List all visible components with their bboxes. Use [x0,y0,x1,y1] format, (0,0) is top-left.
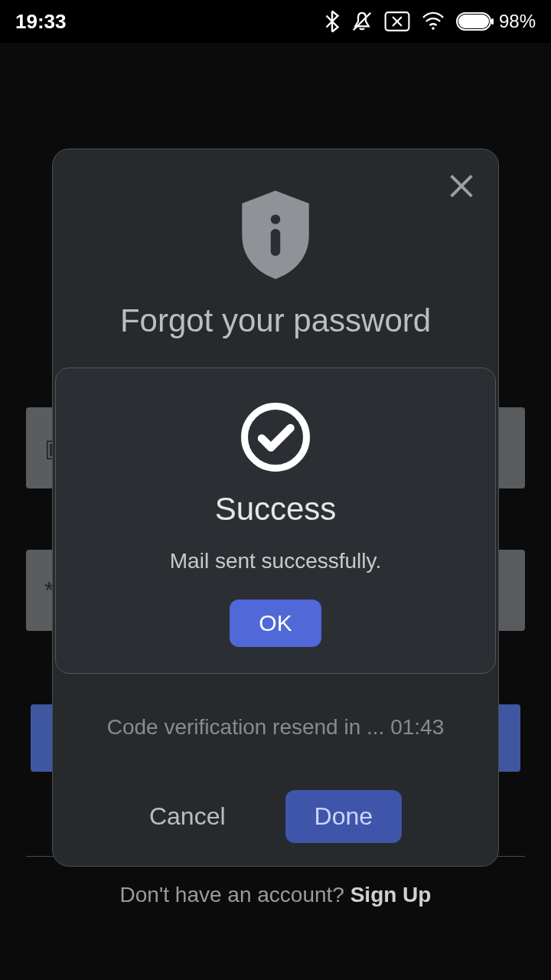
svg-line-0 [354,13,371,31]
success-title: Success [215,491,337,528]
battery-icon [456,12,494,31]
status-bar: 19:33 98% [0,0,551,43]
bluetooth-icon [324,10,340,33]
svg-rect-11 [271,229,280,256]
status-icons: 98% [324,10,536,33]
success-message: Mail sent successfully. [170,549,381,573]
battery-percent: 98% [499,11,536,32]
svg-point-12 [245,407,307,469]
close-button[interactable] [443,168,480,204]
close-icon [446,171,477,201]
svg-point-4 [432,27,435,30]
mute-icon [350,10,373,33]
forgot-title: Forgot your password [120,302,431,339]
svg-point-10 [271,214,280,224]
forgot-dialog-actions: Cancel Done [149,790,402,843]
svg-rect-7 [491,18,494,24]
signup-link[interactable]: Sign Up [350,883,432,906]
checkmark-circle-icon [239,400,312,474]
done-button[interactable]: Done [285,790,403,843]
signup-prompt: Don't have an account? [120,883,350,906]
resend-message: Code verification resend in ... 01:43 [107,715,444,740]
svg-rect-6 [458,15,489,28]
status-time: 19:33 [15,10,67,34]
cancel-button[interactable]: Cancel [149,802,226,831]
shield-info-icon [222,189,329,281]
success-dialog: Success Mail sent successfully. OK [55,368,496,674]
ok-button[interactable]: OK [230,599,321,647]
screenshot-x-icon [384,11,410,31]
wifi-icon [421,11,445,31]
